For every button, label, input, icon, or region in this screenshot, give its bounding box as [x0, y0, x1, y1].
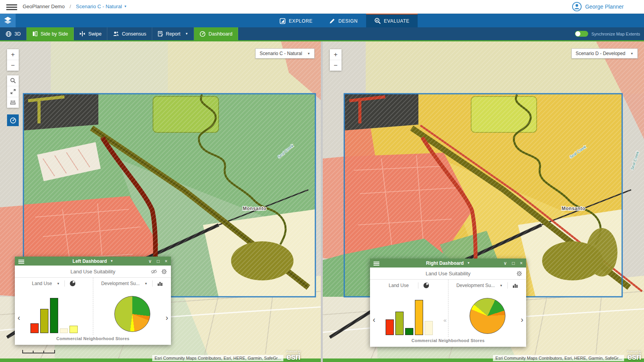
toolbar-button-label: Swipe [88, 31, 101, 37]
carousel-prev-button[interactable]: ‹ [18, 314, 20, 321]
zoom-out-button[interactable]: − [7, 60, 19, 71]
development-suitability-pie-chart [114, 288, 150, 335]
side-by-side-button[interactable]: Side by Side [27, 27, 74, 40]
breadcrumb-scenario-dropdown[interactable]: Scenario C - Natural▼ [76, 4, 127, 9]
bar-segment [425, 321, 433, 335]
left-dashboard-header[interactable]: Left Dashboard ▼ ∨ □ × [15, 257, 171, 266]
dashboard-tool-button[interactable] [7, 114, 19, 126]
tab-explore[interactable]: EXPLORE [271, 13, 321, 27]
avatar-icon [572, 2, 582, 12]
chart-layer-selector[interactable]: Land Use ▼ [32, 279, 76, 288]
gear-icon[interactable] [161, 269, 167, 275]
report-button[interactable]: Report ▼ [152, 27, 194, 40]
dashboard-button[interactable]: Dashboard [194, 27, 238, 40]
left-map-attribution: Esri Community Maps Contributors, Esri, … [152, 350, 301, 361]
pie-chart-icon[interactable] [423, 282, 429, 289]
chart-layer-selector[interactable]: Development Su... ▼ [456, 281, 518, 290]
widget-title-row: Land Use Suitability [15, 266, 171, 278]
hamburger-menu-icon[interactable] [6, 3, 17, 11]
right-scenario-selector[interactable]: Scenario D - Developed ▼ [571, 48, 638, 59]
bar-segment [386, 319, 394, 335]
bar-chart-icon[interactable] [512, 283, 518, 288]
breadcrumb-separator: / [69, 4, 71, 9]
expand-extent-button[interactable] [7, 86, 19, 97]
bar-segment [60, 328, 68, 333]
globe-icon [5, 31, 12, 37]
esri-logo: Powered by esri [286, 350, 301, 361]
chevron-down-icon: ▼ [307, 52, 310, 55]
geoplanner-app: GeoPlanner Demo / Scenario C - Natural▼ … [0, 0, 644, 362]
chart-layer-selector[interactable]: Development Su... ▼ [101, 279, 163, 288]
carousel-collapse-button[interactable]: « [443, 317, 447, 323]
maximize-button[interactable]: □ [512, 260, 515, 266]
chart-layer-selector[interactable]: Land Use [389, 281, 429, 290]
tab-label: DESIGN [338, 18, 358, 24]
consensus-button[interactable]: Consensus [107, 27, 152, 40]
widget-title-row: Land Use Suitability [370, 267, 526, 280]
zoom-out-button[interactable]: − [330, 60, 342, 71]
bar-segment [395, 312, 404, 335]
panel-title-dropdown[interactable]: Left Dashboard ▼ [73, 259, 113, 264]
bar-segment [405, 328, 413, 335]
panel-window-controls: ∨ □ × [503, 259, 523, 267]
panel-menu-icon[interactable] [374, 261, 379, 266]
mode-tabs: EXPLORE DESIGN EVALUATE [271, 13, 418, 27]
chevron-down-icon: ▼ [144, 282, 148, 285]
left-scenario-selector[interactable]: Scenario C - Natural ▼ [255, 48, 315, 59]
attribution-text: Esri Community Maps Contributors, Esri, … [152, 355, 283, 361]
report-document-icon [158, 31, 163, 37]
maximize-button[interactable]: □ [157, 259, 160, 264]
pie-chart [114, 296, 150, 332]
nav-bar: EXPLORE DESIGN EVALUATE [0, 13, 644, 27]
pie-chart-icon[interactable] [69, 280, 76, 287]
gear-icon[interactable] [516, 271, 522, 276]
bar-segment [40, 309, 48, 333]
chart-footer-label: Commercial Neighborhood Stores [370, 337, 526, 347]
sync-extents-toggle[interactable] [575, 31, 588, 37]
zoom-in-button[interactable]: + [7, 49, 19, 60]
search-button[interactable] [7, 75, 19, 86]
toolbar-button-label: Report [166, 31, 181, 37]
carousel-next-button[interactable]: › [165, 314, 168, 321]
panel-title-dropdown[interactable]: Right Dashboard ▼ [426, 260, 470, 266]
zoom-in-button[interactable]: + [330, 49, 342, 60]
land-use-chart-section: Land Use ▼ [15, 278, 93, 335]
chevron-down-icon: ▼ [57, 282, 60, 285]
collapse-button[interactable]: ∨ [148, 259, 152, 264]
chart-carousel: ‹ « › Land Use Develop [370, 280, 526, 337]
panel-menu-icon[interactable] [18, 259, 24, 264]
land-use-bar-chart [30, 288, 78, 335]
toolbar-button-label: Consensus [122, 31, 146, 37]
visibility-eye-slash-icon[interactable] [151, 269, 157, 274]
development-suitability-chart-section: Development Su... ▼ [93, 278, 171, 335]
toolbar-button-label: Dashboard [208, 31, 232, 37]
toolbar-button-label: 3D [14, 31, 21, 37]
carousel-prev-button[interactable]: ‹ [373, 316, 375, 323]
carousel-next-button[interactable]: › [521, 316, 523, 323]
swipe-button[interactable]: Swipe [74, 27, 107, 40]
user-menu[interactable]: George Planner [572, 0, 624, 13]
bar-chart-icon[interactable] [157, 281, 163, 286]
tab-design[interactable]: DESIGN [321, 13, 366, 27]
user-name: George Planner [585, 4, 624, 10]
panel-window-controls: ∨ □ × [148, 257, 167, 266]
bar-segment [50, 298, 58, 333]
chevron-down-icon: ▼ [124, 5, 127, 8]
close-button[interactable]: × [165, 259, 167, 264]
right-dashboard-header[interactable]: Right Dashboard ▼ ∨ □ × [370, 259, 526, 267]
land-use-chart-section: Land Use [370, 280, 448, 337]
collapse-button[interactable]: ∨ [503, 260, 507, 266]
breadcrumb-project[interactable]: GeoPlanner Demo [23, 4, 65, 9]
chart-carousel: ‹ › Land Use ▼ Development Su.. [15, 278, 171, 335]
tab-evaluate[interactable]: EVALUATE [366, 13, 418, 27]
measure-button[interactable] [7, 97, 19, 108]
sync-extents-control: Synchronize Map Extents [575, 27, 640, 40]
toolbar-button-label: Side by Side [41, 31, 68, 37]
layers-button[interactable] [0, 13, 16, 27]
development-suitability-chart-section: Development Su... ▼ [448, 280, 526, 337]
people-icon [113, 31, 119, 37]
close-button[interactable]: × [520, 260, 523, 266]
chevron-down-icon: ▼ [500, 284, 503, 287]
side-by-side-icon [32, 31, 38, 37]
3d-button[interactable]: 3D [0, 27, 27, 40]
